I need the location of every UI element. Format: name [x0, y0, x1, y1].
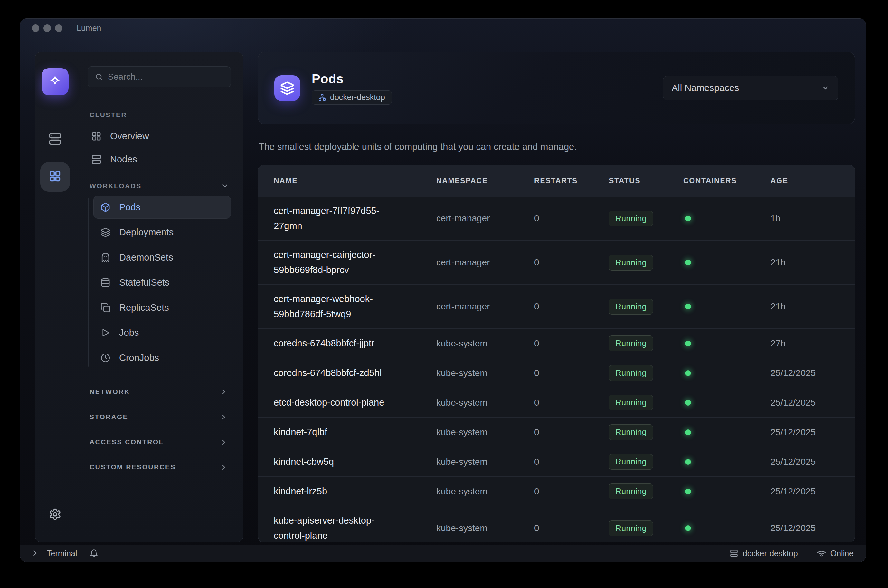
pod-name: cert-manager-webhook-59bbd786df-5twq9 [274, 291, 409, 322]
sidebar-section-label: NETWORK [89, 388, 130, 396]
search-icon [95, 73, 103, 81]
status-badge: Running [609, 336, 653, 351]
pod-restarts: 0 [534, 398, 609, 408]
pod-namespace: kube-system [436, 338, 534, 349]
settings-button[interactable] [49, 508, 62, 522]
workloads-section-toggle[interactable]: WORKLOADS [87, 182, 231, 190]
container-status-dot [685, 459, 691, 465]
status-badge: Running [609, 483, 653, 499]
sidebar-item-pods[interactable]: Pods [93, 196, 231, 219]
sidebar-item-cronjobs[interactable]: CronJobs [93, 346, 231, 369]
table-row[interactable]: cert-manager-7ff7f97d55-27gmn cert-manag… [258, 196, 855, 240]
divider [75, 100, 243, 100]
sidebar-item-replicasets[interactable]: ReplicaSets [93, 296, 231, 319]
status-badge: Running [609, 394, 653, 411]
pod-namespace: cert-manager [436, 213, 534, 224]
statusbar-context[interactable]: docker-desktop [730, 549, 798, 558]
database-icon [101, 278, 110, 288]
workloads-item-list: Pods Deployments DaemonSets StatefulSets… [87, 196, 231, 369]
server-icon [730, 549, 738, 558]
bell-icon[interactable] [89, 549, 98, 558]
window-title: Lumen [77, 24, 101, 33]
close-window-button[interactable] [32, 24, 39, 32]
sidebar-section-label: CUSTOM RESOURCES [89, 463, 176, 471]
pod-name: kube-apiserver-desktop-control-plane [274, 513, 409, 542]
cluster-context-badge[interactable]: docker-desktop [312, 90, 392, 105]
connection-status-label: Online [830, 549, 853, 558]
container-status-dot [685, 525, 691, 531]
sidebar-item-jobs[interactable]: Jobs [93, 321, 231, 344]
table-row[interactable]: cert-manager-webhook-59bbd786df-5twq9 ce… [258, 284, 855, 328]
sidebar-item-daemonsets[interactable]: DaemonSets [93, 246, 231, 269]
pod-restarts: 0 [534, 457, 609, 467]
pod-restarts: 0 [534, 368, 609, 378]
ghost-icon [101, 252, 110, 262]
workloads-section-label: WORKLOADS [89, 182, 141, 190]
chevron-right-icon [220, 388, 228, 396]
sidebar-item-overview[interactable]: Overview [87, 126, 231, 146]
table-row[interactable]: cert-manager-cainjector-59bb669f8d-bprcv… [258, 240, 855, 284]
statusbar: Terminal docker-desktop Online [20, 545, 866, 562]
pod-namespace: kube-system [436, 457, 534, 467]
window-controls [32, 24, 62, 32]
status-badge: Running [609, 255, 653, 270]
layers-icon [280, 81, 294, 95]
pods-tile [274, 75, 300, 101]
minimize-window-button[interactable] [44, 24, 51, 32]
sidebar-item-label: DaemonSets [119, 252, 173, 263]
pod-restarts: 0 [534, 302, 609, 312]
rail-item-cluster[interactable] [40, 125, 70, 154]
pod-namespace: cert-manager [436, 302, 534, 312]
grid-icon [49, 170, 62, 184]
maximize-window-button[interactable] [55, 24, 62, 32]
container-status-dot [685, 370, 691, 376]
cluster-section-label: CLUSTER [89, 111, 231, 119]
search-input[interactable]: Search... [87, 66, 231, 87]
page-description: The smallest deployable units of computi… [259, 141, 855, 152]
pod-namespace: kube-system [436, 427, 534, 438]
sidebar-nav: Search... CLUSTER Overview Nodes WORKLOA… [75, 52, 243, 542]
sidebar-section-custom-resources[interactable]: CUSTOM RESOURCES [87, 459, 231, 476]
column-header-status: STATUS [609, 177, 683, 185]
pod-restarts: 0 [534, 523, 609, 533]
sidebar-section-network[interactable]: NETWORK [87, 383, 231, 400]
sidebar-section-access-control[interactable]: ACCESS CONTROL [87, 434, 231, 450]
app-content: Search... CLUSTER Overview Nodes WORKLOA… [20, 38, 866, 545]
container-status-dot [685, 400, 691, 406]
pod-name: kindnet-lrz5b [274, 484, 409, 499]
status-badge: Running [609, 365, 653, 381]
sidebar-item-label: Pods [119, 202, 140, 213]
table-row[interactable]: kindnet-lrz5b kube-system 0 Running 25/1… [258, 476, 855, 506]
sidebar-item-label: CronJobs [119, 352, 159, 363]
terminal-icon [33, 549, 41, 558]
column-header-name: NAME [274, 177, 436, 185]
sidebar-section-storage[interactable]: STORAGE [87, 408, 231, 425]
table-row[interactable]: coredns-674b8bbfcf-jjptr kube-system 0 R… [258, 328, 855, 358]
clock-icon [101, 353, 110, 363]
main-panel: Pods docker-desktop All Namespaces The s… [258, 52, 855, 542]
titlebar: Lumen [20, 19, 866, 38]
cluster-item-list: Overview Nodes [87, 126, 231, 170]
pod-age: 25/12/2025 [771, 427, 855, 438]
sidebar-item-deployments[interactable]: Deployments [93, 220, 231, 244]
table-row[interactable]: kindnet-7qlbf kube-system 0 Running 25/1… [258, 417, 855, 447]
rail-item-workloads[interactable] [40, 162, 70, 192]
pod-namespace: kube-system [436, 398, 534, 408]
table-row[interactable]: etcd-desktop-control-plane kube-system 0… [258, 388, 855, 417]
sidebar: Search... CLUSTER Overview Nodes WORKLOA… [35, 52, 244, 542]
table-row[interactable]: kube-apiserver-desktop-control-plane kub… [258, 506, 855, 542]
statusbar-context-label: docker-desktop [743, 549, 798, 558]
terminal-toggle[interactable]: Terminal [47, 549, 77, 558]
status-badge: Running [609, 520, 653, 536]
table-row[interactable]: coredns-674b8bbfcf-zd5hl kube-system 0 R… [258, 358, 855, 388]
table-row[interactable]: kindnet-cbw5q kube-system 0 Running 25/1… [258, 447, 855, 476]
container-status-dot [685, 429, 691, 435]
pod-age: 27h [771, 338, 855, 349]
sidebar-item-statefulsets[interactable]: StatefulSets [93, 271, 231, 294]
namespace-dropdown[interactable]: All Namespaces [663, 76, 838, 100]
sidebar-item-nodes[interactable]: Nodes [87, 149, 231, 170]
container-status-dot [685, 340, 691, 346]
pod-restarts: 0 [534, 486, 609, 496]
column-header-containers: CONTAINERS [683, 177, 771, 185]
pod-restarts: 0 [534, 257, 609, 268]
